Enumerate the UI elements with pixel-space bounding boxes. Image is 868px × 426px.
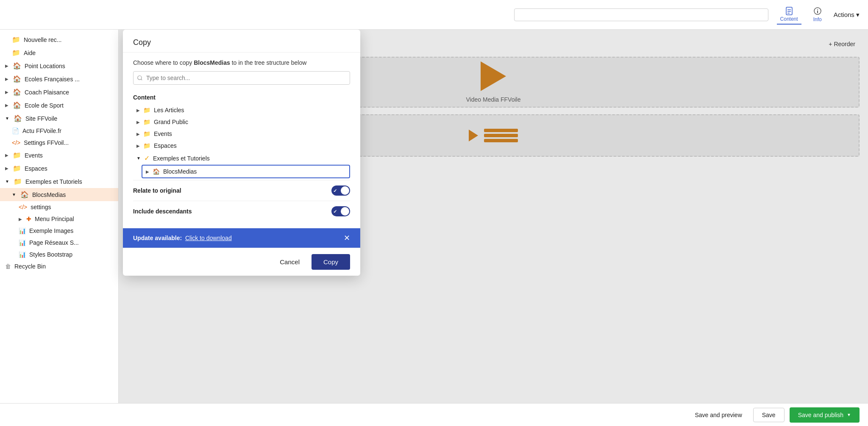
top-search-input[interactable] [514, 8, 768, 21]
check-icon: ✓ [144, 154, 150, 162]
code-icon: </> [12, 139, 20, 146]
save-publish-button[interactable]: Save and publish ▼ [790, 407, 860, 423]
toggle-check-icon: ✓ [334, 209, 337, 214]
sidebar-item-ecoles-francaises[interactable]: ▶ 🏠 Ecoles Françaises ... [0, 72, 118, 86]
sidebar-item-espaces[interactable]: ▶ 📁 Espaces [0, 162, 118, 175]
playlist-line-3 [484, 139, 518, 142]
sidebar-item-settings[interactable]: </> settings [0, 201, 118, 213]
info-tab-btn[interactable]: Info [810, 6, 825, 24]
copy-modal: Copy Choose where to copy BlocsMedias to… [123, 30, 360, 276]
publish-caret-icon: ▼ [847, 412, 851, 417]
playlist-line-1 [484, 129, 518, 132]
modal-title: Copy [133, 38, 350, 47]
update-bar-text: Update available: Click to download [133, 235, 232, 241]
sidebar-item-actu-ffvoile[interactable]: 📄 Actu FFVoile.fr [0, 125, 118, 137]
trash-icon: 🗑 [5, 263, 11, 270]
tree-arrow-right: ▶ [136, 144, 140, 148]
sidebar-item-events[interactable]: ▶ 📁 Events [0, 149, 118, 162]
sidebar-item-blocsmedias[interactable]: ▼ 🏠 BlocsMedias [0, 188, 118, 201]
folder-icon: 📁 [12, 49, 20, 57]
sidebar-item-site-ffvoile[interactable]: ▼ 🏠 Site FFVoile [0, 112, 118, 125]
tree-item-blocsmedias[interactable]: ▶ 🏠 BlocsMedias [142, 165, 350, 178]
tree-item-exemples-tutoriels[interactable]: ▼ ✓ Exemples et Tutoriels [133, 152, 350, 165]
folder-icon: 📁 [143, 130, 150, 137]
home-icon: 🏠 [14, 114, 22, 122]
chart-icon: 📊 [19, 239, 26, 246]
tree-arrow-down: ▼ [136, 156, 141, 160]
relate-label: Relate to original [133, 187, 181, 194]
tree-item-grand-public[interactable]: ▶ 📁 Grand Public [133, 116, 350, 128]
include-descendants-row: Include descendants ✓ [133, 201, 350, 221]
home-icon: 🏠 [13, 75, 21, 83]
info-tab-label: Info [813, 17, 822, 22]
home-icon: 🏠 [13, 101, 21, 109]
tree-item-les-articles[interactable]: ▶ 📁 Les Articles [133, 104, 350, 116]
tree-item-events[interactable]: ▶ 📁 Events [133, 128, 350, 140]
sidebar-item-exemples-tutoriels[interactable]: ▼ 📁 Exemples et Tutoriels [0, 175, 118, 188]
reorder-button[interactable]: + Reorder [824, 38, 860, 50]
arrow-down-icon: ▼ [12, 192, 16, 197]
home-icon: 🏠 [13, 62, 21, 70]
folder-icon: 📁 [143, 119, 150, 125]
cancel-button[interactable]: Cancel [273, 255, 306, 269]
tree-label: Content [133, 92, 350, 104]
info-icon [814, 7, 821, 16]
tree-arrow-right: ▶ [136, 108, 140, 113]
content-icon [785, 7, 793, 15]
update-bar-close-btn[interactable]: ✕ [344, 233, 350, 243]
sidebar-item-exemple-images[interactable]: 📊 Exemple Images [0, 225, 118, 237]
home-icon: 🏠 [20, 191, 29, 199]
toggle-check-icon: ✓ [334, 188, 337, 194]
tree-arrow-right: ▶ [136, 132, 140, 136]
relate-toggle[interactable]: ✓ [331, 185, 350, 196]
sidebar-item-settings-ffvoile[interactable]: </> Settings FFVoil... [0, 137, 118, 149]
sidebar-item-menu-principal[interactable]: ▶ ✚ Menu Principal [0, 213, 118, 225]
sidebar-item-recycle-bin[interactable]: 🗑 Recycle Bin [0, 260, 118, 272]
arrow-right-icon: ▶ [5, 103, 8, 108]
sidebar-item-nouvelle-rec[interactable]: 📁 Nouvelle rec... [0, 33, 118, 46]
modal-search-input[interactable] [133, 71, 350, 85]
playlist-line-2 [484, 134, 518, 137]
playlist-lines [484, 129, 518, 142]
top-bar: Content Info Actions ▾ [0, 0, 868, 30]
tree-section: Content ▶ 📁 Les Articles ▶ 📁 Grand Publi… [133, 91, 350, 180]
folder-icon: 📁 [143, 107, 150, 113]
chart-icon: 📊 [19, 227, 26, 234]
copy-button[interactable]: Copy [312, 254, 350, 270]
playlist-play-icon [469, 130, 478, 141]
sidebar-item-coach-plaisance[interactable]: ▶ 🏠 Coach Plaisance [0, 86, 118, 99]
chart-icon: 📊 [19, 251, 26, 258]
bottom-bar: Save and preview Save Save and publish ▼ [0, 403, 868, 426]
modal-body: Choose where to copy BlocsMedias to in t… [123, 53, 360, 228]
folder-icon: 📁 [12, 36, 20, 44]
arrow-right-icon: ▶ [19, 217, 22, 221]
save-preview-button[interactable]: Save and preview [689, 408, 748, 422]
save-button[interactable]: Save [753, 408, 785, 422]
folder-icon: 📁 [13, 151, 21, 159]
content-tab-btn[interactable]: Content [777, 5, 801, 25]
tree-item-espaces[interactable]: ▶ 📁 Espaces [133, 140, 350, 152]
svg-point-6 [817, 9, 818, 10]
tree-arrow-right: ▶ [146, 169, 149, 174]
arrow-down-icon: ▼ [5, 116, 9, 121]
arrow-right-icon: ▶ [5, 64, 8, 68]
sidebar-item-point-locations[interactable]: ▶ 🏠 Point Locations [0, 59, 118, 72]
descendants-toggle[interactable]: ✓ [331, 206, 350, 216]
modal-header: Copy [123, 30, 360, 53]
folder-icon: 📁 [143, 142, 150, 149]
arrow-right-icon: ▶ [5, 90, 8, 94]
home-icon: 🏠 [153, 168, 160, 175]
modal-footer: Cancel Copy [123, 248, 360, 276]
sidebar-item-styles-bootstrap[interactable]: 📊 Styles Bootstrap [0, 249, 118, 260]
descendants-label: Include descendants [133, 208, 192, 215]
play-icon [481, 61, 506, 91]
code-icon: </> [19, 204, 27, 210]
actions-button[interactable]: Actions ▾ [834, 11, 860, 19]
arrow-right-icon: ▶ [5, 77, 8, 81]
arrow-right-icon: ▶ [5, 153, 8, 158]
sidebar-item-aide[interactable]: 📁 Aide [0, 46, 118, 59]
sidebar-item-page-reseaux[interactable]: 📊 Page Réseaux S... [0, 237, 118, 249]
svg-rect-0 [786, 7, 792, 15]
sidebar-item-ecole-de-sport[interactable]: ▶ 🏠 Ecole de Sport [0, 99, 118, 112]
main-layout: 📁 Nouvelle rec... 📁 Aide ▶ 🏠 Point Locat… [0, 30, 868, 403]
